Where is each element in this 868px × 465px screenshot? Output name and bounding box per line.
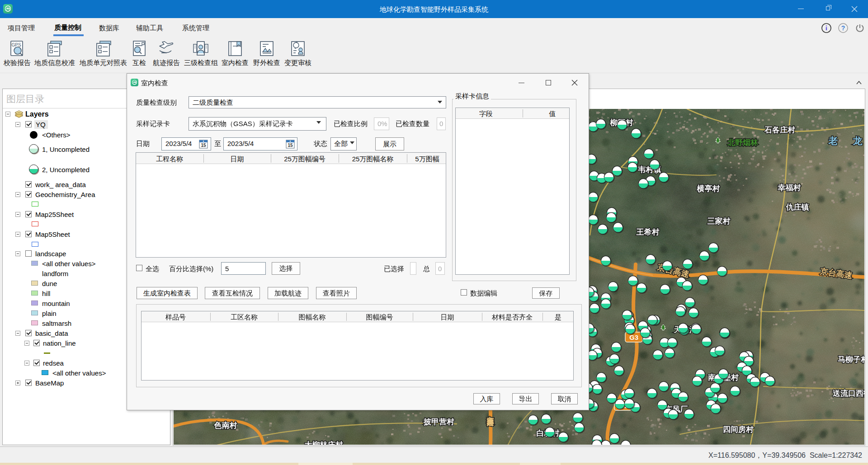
svg-text:色南村: 色南村 <box>214 421 237 430</box>
svg-text:GPS: GPS <box>11 42 21 47</box>
svg-text:披甲营村: 披甲营村 <box>423 418 454 426</box>
svg-text:?: ? <box>841 24 845 32</box>
svg-text:送流口西街村: 送流口西街村 <box>832 389 864 398</box>
svg-text:三家村: 三家村 <box>708 216 731 225</box>
svg-text:龙: 龙 <box>853 136 863 146</box>
svg-text:马柳子村: 马柳子村 <box>838 355 864 364</box>
svg-text:北野烟林: 北野烟林 <box>727 138 759 147</box>
svg-text:幸福村: 幸福村 <box>778 183 801 192</box>
svg-text:15: 15 <box>201 143 206 148</box>
svg-text:王希村: 王希村 <box>636 228 660 236</box>
svg-text:横亭村: 横亭村 <box>697 184 720 193</box>
svg-text:石各庄村: 石各庄村 <box>764 126 795 134</box>
svg-text:仇庄镇: 仇庄镇 <box>786 203 809 211</box>
svg-text:四间房村: 四间房村 <box>723 425 754 434</box>
svg-text:大柳林庄村: 大柳林庄村 <box>305 441 343 445</box>
svg-text:老: 老 <box>828 136 838 146</box>
svg-text:15: 15 <box>288 143 293 148</box>
